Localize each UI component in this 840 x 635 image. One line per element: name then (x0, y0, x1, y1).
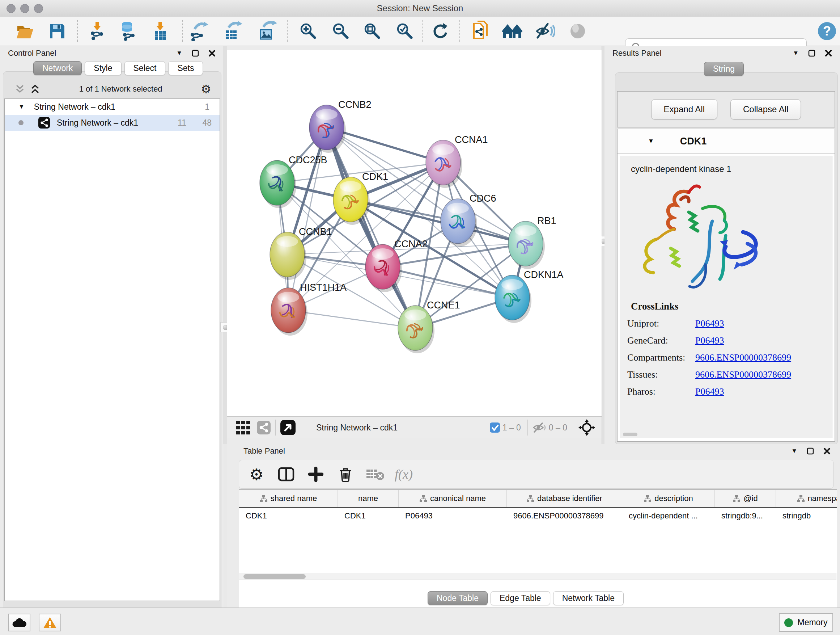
control-panel-tabs: NetworkStyleSelectSets (33, 61, 203, 75)
panel-menu-caret-icon[interactable]: ▼ (176, 50, 182, 57)
tab-style[interactable]: Style (85, 61, 121, 75)
memory-label: Memory (797, 618, 827, 627)
scrollbar-thumb[interactable] (243, 574, 306, 579)
tab-node-table[interactable]: Node Table (428, 591, 488, 605)
network-collection-row[interactable]: ▼ String Network – cdk1 1 (5, 99, 219, 115)
edge-CCNA2-CDKN1A[interactable] (383, 267, 512, 298)
table-cell[interactable]: CDK1 (239, 508, 338, 524)
zoom-fit-icon[interactable] (362, 21, 382, 41)
function-builder-icon[interactable]: f(x) (395, 467, 413, 482)
node-CCNA1[interactable]: CCNA1 (426, 134, 488, 188)
crosslink-link[interactable]: P06493 (695, 335, 724, 346)
table-row[interactable]: CDK1CDK1P064939606.ENSP00000378699cyclin… (239, 508, 837, 524)
apply-layout-icon[interactable] (430, 21, 450, 41)
node-HIST1H1A[interactable]: HIST1H1A (271, 282, 347, 336)
node-CDC6[interactable]: CDC6 (441, 193, 496, 247)
main-toolbar: ? (0, 17, 840, 46)
gene-section-header[interactable]: ▼ CDK1 (617, 129, 835, 154)
column-header-shared-name[interactable]: shared name (239, 490, 338, 507)
tab-network-table[interactable]: Network Table (553, 591, 624, 605)
help-button[interactable]: ? (817, 21, 837, 41)
zoom-in-icon[interactable] (298, 21, 318, 41)
crosslink-link[interactable]: P06493 (695, 318, 724, 329)
import-network-database-icon[interactable] (118, 21, 139, 41)
node-CCNA2[interactable]: CCNA2 (365, 239, 428, 292)
panel-menu-caret-icon[interactable]: ▼ (793, 50, 799, 57)
export-network-icon[interactable] (189, 21, 210, 41)
panel-menu-caret-icon[interactable]: ▼ (791, 448, 797, 455)
panel-float-icon[interactable] (808, 50, 815, 57)
export-image-icon[interactable] (258, 21, 278, 41)
fit-selected-crosshair-icon[interactable] (578, 419, 595, 436)
crosslink-row: Compartments:9606.ENSP00000378699 (620, 352, 832, 363)
node-RB1[interactable]: RB1 (508, 215, 556, 269)
table-cell[interactable]: 9606.ENSP00000378699 (507, 508, 622, 524)
control-panel: Control Panel ▼ NetworkStyleSelectSets 1… (0, 46, 224, 608)
tab-select[interactable]: Select (125, 61, 166, 75)
first-neighbors-icon[interactable] (502, 21, 523, 41)
column-header-@id[interactable]: @id (715, 490, 776, 507)
column-header-namespace[interactable]: namespace (776, 490, 837, 507)
network-canvas[interactable]: CCNB2CCNA1CDC25BCDK1CDC6RB1CCNB1CCNA2CDK… (227, 50, 602, 416)
open-in-window-icon[interactable] (280, 420, 296, 435)
export-table-icon[interactable] (223, 21, 243, 41)
table-horizontal-scrollbar[interactable] (239, 573, 836, 580)
tab-sets[interactable]: Sets (168, 61, 203, 75)
column-header-description[interactable]: description (622, 490, 715, 507)
hide-selected-icon[interactable] (535, 21, 555, 41)
results-scrollbar-thumb[interactable] (623, 432, 638, 436)
tab-network[interactable]: Network (33, 61, 82, 75)
table-cell[interactable]: cyclin-dependent ... (622, 508, 715, 524)
tree-expander-icon[interactable]: ▼ (19, 103, 25, 111)
tab-string[interactable]: String (704, 62, 744, 76)
selected-checkbox-icon[interactable] (489, 422, 500, 433)
table-cell[interactable]: stringdb:9... (715, 508, 776, 524)
network-row[interactable]: String Network – cdk1 11 48 (5, 115, 219, 131)
column-header-canonical-name[interactable]: canonical name (399, 490, 507, 507)
zoom-out-icon[interactable] (331, 21, 351, 41)
network-options-gear-icon[interactable]: ⚙ (201, 82, 211, 96)
node-CDKN1A[interactable]: CDKN1A (495, 269, 564, 323)
zoom-selected-icon[interactable] (395, 21, 415, 41)
column-header-name[interactable]: name (338, 490, 399, 507)
panel-close-icon[interactable] (208, 50, 216, 57)
crosslink-link[interactable]: P06493 (695, 386, 724, 397)
panel-float-icon[interactable] (807, 448, 814, 455)
node-CCNB2[interactable]: CCNB2 (309, 99, 371, 153)
open-session-icon[interactable] (15, 21, 35, 41)
tab-edge-table[interactable]: Edge Table (491, 591, 550, 605)
collapse-all-icon[interactable] (14, 84, 25, 95)
string-panel-icon[interactable] (256, 420, 271, 435)
birdseye-grid-icon[interactable] (235, 420, 251, 435)
show-columns-icon[interactable] (276, 464, 296, 485)
memory-button[interactable]: Memory (779, 613, 833, 632)
node-CCNE1[interactable]: CCNE1 (398, 300, 460, 353)
edge-CCNB2-CCNE1[interactable] (327, 127, 415, 328)
edge-CDK1-RB1[interactable] (351, 200, 526, 244)
import-table-file-icon[interactable] (150, 21, 171, 41)
crosslink-link[interactable]: 9606.ENSP00000378699 (695, 369, 791, 380)
save-session-icon[interactable] (47, 21, 67, 41)
panel-close-icon[interactable] (823, 448, 831, 455)
expand-all-icon[interactable] (30, 84, 41, 95)
collapse-all-button[interactable]: Collapse All (730, 99, 801, 119)
table-cell[interactable]: CDK1 (338, 508, 399, 524)
table-cell[interactable]: P06493 (399, 508, 507, 524)
expand-all-button[interactable]: Expand All (651, 99, 717, 119)
panel-close-icon[interactable] (825, 50, 832, 57)
column-header-database-identifier[interactable]: database identifier (507, 490, 622, 507)
table-cell[interactable]: stringdb (776, 508, 837, 524)
delete-column-icon[interactable] (335, 464, 355, 485)
import-network-file-icon[interactable] (88, 21, 108, 41)
show-all-graphics-icon[interactable] (568, 21, 588, 41)
node-label-RB1: RB1 (537, 215, 556, 226)
cloud-button[interactable] (8, 614, 30, 631)
network-from-file-icon[interactable] (471, 21, 491, 41)
warnings-button[interactable] (39, 614, 61, 631)
section-expander-icon[interactable]: ▼ (648, 138, 654, 145)
table-options-gear-icon[interactable]: ⚙ (246, 464, 267, 485)
crosslink-link[interactable]: 9606.ENSP00000378699 (695, 352, 791, 363)
add-column-icon[interactable] (306, 464, 326, 485)
panel-float-icon[interactable] (192, 50, 199, 57)
delete-table-icon[interactable] (365, 464, 385, 485)
